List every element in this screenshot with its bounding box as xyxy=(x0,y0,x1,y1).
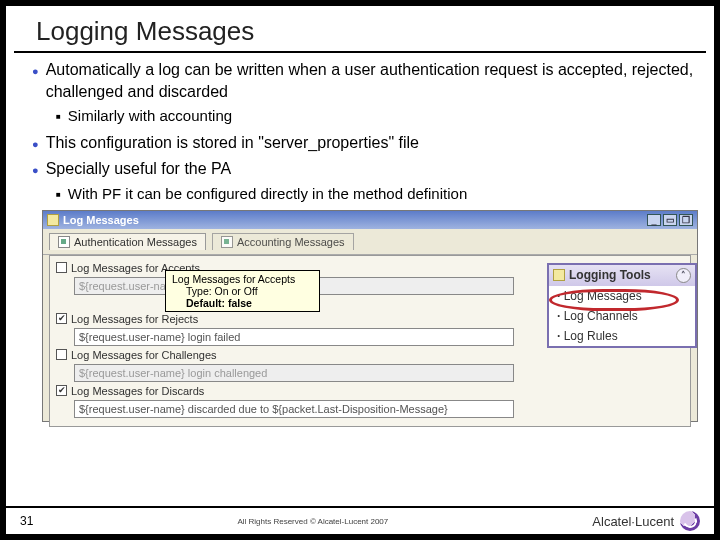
window-titlebar: Log Messages ‗ ▭ ❐ xyxy=(43,211,697,229)
panel-title: Logging Tools xyxy=(569,268,651,282)
window-max-icon[interactable]: ▭ xyxy=(663,214,677,226)
tooltip-title: Log Messages for Accepts xyxy=(172,273,313,285)
panel-item-log-rules[interactable]: Log Rules xyxy=(549,326,695,346)
panel-icon xyxy=(553,269,565,281)
window-title-text: Log Messages xyxy=(63,214,139,226)
bullet-level2: With PF it can be configured directly in… xyxy=(56,184,694,204)
collapse-icon[interactable]: ˄ xyxy=(676,268,691,283)
slide-title: Logging Messages xyxy=(14,6,706,53)
slide-body: Automatically a log can be written when … xyxy=(6,59,714,204)
input-rejects-template[interactable]: ${request.user-name} login failed xyxy=(74,328,514,346)
tab-label: Accounting Messages xyxy=(237,236,345,248)
slide-footer: 31 All Rights Reserved © Alcatel-Lucent … xyxy=(6,506,714,534)
checkbox-discards[interactable]: ✔ xyxy=(56,385,67,396)
window-restore-icon[interactable]: ❐ xyxy=(679,214,693,226)
tab-bar: Authentication Messages Accounting Messa… xyxy=(43,229,697,255)
tooltip: Log Messages for Accepts Type: On or Off… xyxy=(165,270,320,312)
bullet-level2: Similarly with accounting xyxy=(56,106,694,126)
tab-icon xyxy=(58,236,70,248)
checkbox-label: Log Messages for Discards xyxy=(71,385,204,397)
tab-authentication-messages[interactable]: Authentication Messages xyxy=(49,233,206,250)
logo-ring-icon xyxy=(680,511,700,531)
input-discards-template[interactable]: ${request.user-name} discarded due to ${… xyxy=(74,400,514,418)
logging-tools-panel: Logging Tools ˄ Log Messages Log Channel… xyxy=(547,263,697,348)
copyright-text: All Rights Reserved © Alcatel-Lucent 200… xyxy=(33,517,592,526)
checkbox-label: Log Messages for Rejects xyxy=(71,313,198,325)
panel-header[interactable]: Logging Tools ˄ xyxy=(549,265,695,286)
bullet-level1: Automatically a log can be written when … xyxy=(32,59,694,102)
tooltip-default: Default: false xyxy=(186,297,252,309)
bullet-level1: This configuration is stored in "server_… xyxy=(32,132,694,154)
input-challenges-template[interactable]: ${request.user-name} login challenged xyxy=(74,364,514,382)
panel-item-log-messages[interactable]: Log Messages xyxy=(549,286,695,306)
checkbox-challenges[interactable] xyxy=(56,349,67,360)
log-messages-window: Log Messages ‗ ▭ ❐ Authentication Messag… xyxy=(42,210,698,422)
tab-icon xyxy=(221,236,233,248)
checkbox-rejects[interactable]: ✔ xyxy=(56,313,67,324)
bullet-level1: Specially useful for the PA xyxy=(32,158,694,180)
alcatel-lucent-logo: Alcatel·Lucent xyxy=(592,511,700,531)
page-number: 31 xyxy=(20,514,33,528)
panel-item-log-channels[interactable]: Log Channels xyxy=(549,306,695,326)
tooltip-type: Type: On or Off xyxy=(186,285,313,297)
tab-accounting-messages[interactable]: Accounting Messages xyxy=(212,233,354,250)
checkbox-label: Log Messages for Challenges xyxy=(71,349,217,361)
checkbox-accepts[interactable] xyxy=(56,262,67,273)
window-min-icon[interactable]: ‗ xyxy=(647,214,661,226)
tab-label: Authentication Messages xyxy=(74,236,197,248)
window-icon xyxy=(47,214,59,226)
